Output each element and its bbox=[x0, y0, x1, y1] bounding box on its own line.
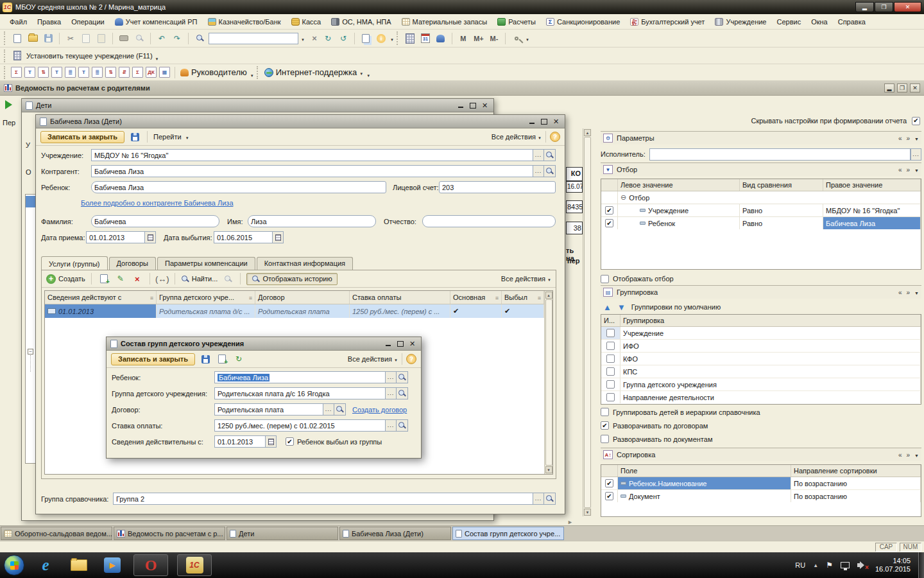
dialog-contract-input[interactable]: Родительская плата bbox=[214, 403, 323, 416]
calculator-button[interactable] bbox=[404, 32, 416, 45]
otbor-row-child[interactable]: ✔ Ребенок Равно Бабичева Лиза bbox=[601, 217, 921, 229]
show-history-toggle[interactable]: Отображать историю bbox=[246, 273, 337, 285]
delete-button[interactable]: × bbox=[131, 272, 144, 285]
close-icon[interactable]: ✕ bbox=[480, 101, 490, 110]
m-plus-button[interactable]: M+ bbox=[472, 32, 485, 45]
help-button[interactable]: ? bbox=[406, 354, 416, 364]
find-icon[interactable] bbox=[193, 32, 206, 45]
sorting-checkbox[interactable]: ✔ bbox=[605, 479, 613, 487]
counterparty-details-link[interactable]: Более подробно о контрагенте Бабичева Ли… bbox=[81, 199, 234, 207]
m-minus-button[interactable]: M- bbox=[488, 32, 501, 45]
grouping-checkbox[interactable] bbox=[606, 329, 615, 337]
grouping-row[interactable]: Учреждение bbox=[601, 327, 921, 340]
menu-settlements[interactable]: Расчеты bbox=[493, 17, 540, 27]
cut-button[interactable]: ✂ bbox=[64, 32, 77, 45]
minimize-icon[interactable] bbox=[383, 340, 393, 348]
manager-dropdown[interactable] bbox=[250, 71, 254, 78]
calendar-button[interactable] bbox=[145, 231, 156, 243]
column-header[interactable]: Ставка оплаты bbox=[350, 291, 450, 304]
all-actions-dropdown[interactable] bbox=[547, 275, 551, 283]
lastname-input[interactable]: Бабичева bbox=[91, 215, 219, 227]
move-down-button[interactable]: ▼ bbox=[617, 303, 626, 311]
calendar-button[interactable]: 31 bbox=[419, 32, 432, 45]
search-input[interactable] bbox=[209, 33, 298, 44]
grouping-row[interactable]: КПС bbox=[601, 365, 921, 378]
maximize-icon[interactable] bbox=[539, 118, 549, 126]
clear-find-button[interactable] bbox=[221, 272, 234, 285]
tree-collapse-icon[interactable]: − bbox=[28, 349, 33, 355]
dialog-contract-search-button[interactable] bbox=[334, 403, 346, 416]
collapse-left-icon[interactable]: « bbox=[898, 135, 902, 142]
tab-services-groups[interactable]: Услуги (группы) bbox=[41, 256, 108, 270]
selected-list-row-sliver[interactable] bbox=[26, 196, 35, 207]
sorting-checkbox[interactable]: ✔ bbox=[605, 492, 613, 500]
menu-treasury-bank[interactable]: Казначейство/Банк bbox=[203, 17, 286, 27]
grouping-checkbox[interactable] bbox=[606, 355, 615, 363]
menu-fixed-assets[interactable]: ОС, НМА, НПА bbox=[327, 17, 395, 27]
maximize-icon[interactable] bbox=[468, 101, 477, 110]
hierarchy-checkbox[interactable] bbox=[601, 408, 609, 416]
otbor-section-header[interactable]: ▼ Отбор «» bbox=[601, 162, 921, 176]
mdi-tab-statement[interactable]: Ведомость по расчетам с р... bbox=[114, 527, 225, 540]
institution-select-button[interactable]: ... bbox=[533, 149, 544, 161]
windows-list-button[interactable] bbox=[359, 32, 372, 45]
close-icon[interactable]: ✕ bbox=[407, 340, 417, 348]
tab-compensation-params[interactable]: Параметры компенсации bbox=[157, 257, 255, 270]
user-settings-button[interactable] bbox=[434, 32, 447, 45]
dialog-rate-search-button[interactable] bbox=[397, 419, 408, 432]
catalog-group-select-button[interactable]: ... bbox=[533, 493, 544, 505]
counterparty-input[interactable]: Бабичева Лиза bbox=[91, 165, 533, 177]
grouping-checkbox[interactable] bbox=[606, 380, 615, 389]
otbor-group-row[interactable]: Отбор bbox=[601, 191, 921, 204]
report-icon-3[interactable]: ⇅ bbox=[38, 67, 49, 78]
internet-support-button[interactable]: Интернет-поддержка bbox=[264, 66, 364, 79]
section-dropdown-icon[interactable] bbox=[914, 135, 919, 142]
dialog-child-search-button[interactable] bbox=[397, 371, 408, 383]
mdi-tab-children[interactable]: Дети bbox=[227, 527, 338, 540]
child-close-button[interactable]: ✕ bbox=[910, 83, 920, 92]
menu-operations[interactable]: Операции bbox=[67, 17, 108, 27]
leave-date-input[interactable]: 01.06.2015 bbox=[214, 231, 273, 243]
help-button[interactable]: ? bbox=[550, 132, 560, 142]
column-header[interactable]: Выбыл bbox=[502, 291, 544, 304]
save-icon-button[interactable] bbox=[128, 130, 141, 143]
open-button[interactable] bbox=[26, 32, 39, 45]
maximize-icon[interactable] bbox=[395, 340, 405, 348]
dialog-valid-from-input[interactable]: 01.01.2013 bbox=[214, 435, 266, 448]
child-left-checkbox[interactable]: ✔ bbox=[286, 437, 294, 446]
service-key-button[interactable] bbox=[510, 32, 523, 45]
minimize-button[interactable]: ▂ bbox=[855, 2, 874, 12]
set-institution-button[interactable]: Установить текущее учреждение (F11) bbox=[26, 52, 153, 60]
report-generate-icon[interactable] bbox=[5, 100, 17, 109]
expand-contracts-checkbox[interactable]: ✔ bbox=[601, 421, 609, 430]
child-minimize-button[interactable]: ▂ bbox=[884, 83, 894, 92]
report-hscroll-arrow[interactable]: ► bbox=[567, 519, 573, 525]
admission-date-input[interactable]: 01.01.2013 bbox=[86, 231, 145, 243]
tray-expand-icon[interactable]: ▲ bbox=[813, 563, 818, 568]
dialog-group-select-button[interactable]: ... bbox=[386, 387, 397, 399]
catalog-group-search-button[interactable] bbox=[544, 493, 556, 505]
expand-documents-checkbox[interactable] bbox=[601, 435, 609, 443]
institution-search-button[interactable] bbox=[544, 149, 556, 161]
set-institution-dropdown[interactable] bbox=[155, 54, 159, 62]
menu-inventory[interactable]: Материальные запасы bbox=[397, 17, 492, 27]
list-all-actions-button[interactable]: Все действия bbox=[501, 275, 545, 283]
all-actions-dropdown[interactable] bbox=[394, 355, 398, 363]
report-icon-9[interactable]: ⇵ bbox=[119, 67, 130, 78]
dialog-rate-input[interactable]: 1250 руб./мес. (перем) с 01.02.2015 bbox=[214, 419, 386, 432]
calendar-button[interactable] bbox=[266, 435, 277, 448]
dialog-save-close-button[interactable]: Записать и закрыть bbox=[111, 353, 195, 365]
column-header[interactable]: Группа детского учре... bbox=[157, 291, 255, 304]
children-window-titlebar[interactable]: Дети ✕ bbox=[22, 99, 493, 112]
save-close-button[interactable]: Записать и закрыть bbox=[40, 131, 124, 143]
find-button[interactable]: Найти... bbox=[181, 275, 218, 283]
grouping-checkbox[interactable] bbox=[606, 367, 615, 376]
service-row[interactable]: 01.01.2013 Родительская плата д/с ... Ро… bbox=[45, 304, 552, 318]
dialog-all-actions-button[interactable]: Все действия bbox=[348, 355, 392, 363]
menu-cash[interactable]: Касса bbox=[287, 17, 326, 27]
show-desktop-button[interactable] bbox=[918, 552, 924, 578]
print-preview-button[interactable] bbox=[133, 32, 146, 45]
menu-authorization[interactable]: ΣСанкционирование bbox=[542, 17, 624, 27]
counterparty-search-button[interactable] bbox=[544, 165, 556, 177]
create-button[interactable]: +Создать bbox=[46, 274, 85, 284]
